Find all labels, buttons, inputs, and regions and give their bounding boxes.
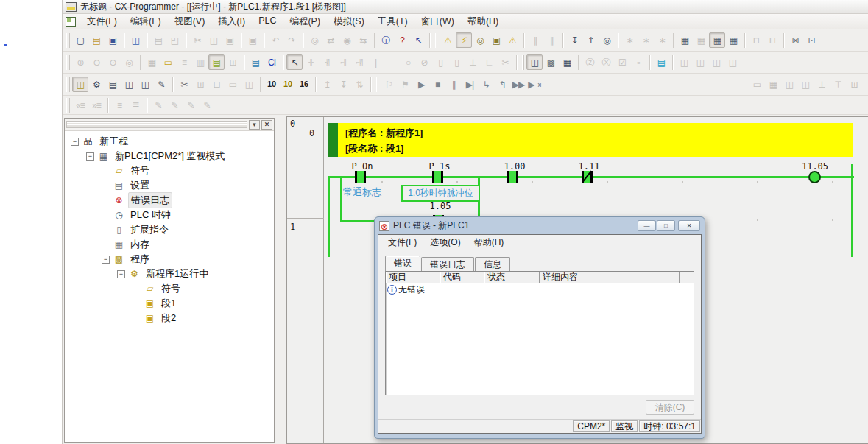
menu-item-编辑E[interactable]: 编辑(E) [124,14,168,29]
tab-错误[interactable]: 错误 [385,256,420,271]
toolbox-icon[interactable]: ⚙ [88,77,105,92]
tree-expander[interactable]: − [117,270,125,278]
menu-item-文件F[interactable]: 文件(F) [80,14,124,29]
toolbar-grip[interactable] [521,55,524,70]
tree-item-project[interactable]: −品新工程 [66,134,272,149]
contact-no-P_1s[interactable] [432,171,443,183]
toolbar-grip[interactable] [434,33,437,48]
toolbar-grip[interactable] [66,98,70,113]
sim-continuous-step-icon[interactable]: ▶▶ [510,77,526,92]
tree-item-plc-clock[interactable]: ◷PLC 时钟 [66,208,272,222]
sim-step-in-icon[interactable]: ↳ [478,77,494,92]
column-header[interactable]: 项目 [386,272,440,283]
menu-item-模拟S[interactable]: 模拟(S) [327,14,371,29]
download-to-plc-icon[interactable]: ↧ [566,32,582,48]
faceplate-icon[interactable]: ◫ [121,77,137,92]
column-header[interactable]: 状态 [484,272,540,283]
save-project-icon[interactable]: ▣ [105,32,121,48]
layers-icon[interactable]: ▩ [543,54,559,70]
menu-item-窗口W[interactable]: 窗口(W) [414,14,461,29]
contact-no-1.00[interactable] [507,171,518,183]
tree-item-programs[interactable]: −▩程序 [66,252,272,267]
io-window-icon[interactable]: ◫ [137,77,153,92]
project-workspace-icon[interactable]: ◫ [72,77,88,92]
menu-item-插入I[interactable]: 插入(I) [211,14,252,29]
panel-dropdown-button[interactable]: ▼ [249,120,260,130]
tab-错误日志[interactable]: 错误日志 [421,257,474,271]
tree-expander[interactable]: − [86,152,94,161]
compact-rungs-icon[interactable]: ▤ [208,54,225,70]
sim-scan-run-icon[interactable]: ▶⇥ [526,77,543,92]
sim-run-icon[interactable]: ▶ [413,77,429,92]
clear-button[interactable]: 清除(C) [646,400,694,415]
tree-item-section[interactable]: ▣段1 [66,296,272,311]
panel-close-button[interactable]: ✕ [261,120,272,130]
output-coil-11.05[interactable] [808,171,821,183]
watch-sheet-icon[interactable]: ▦ [559,54,575,70]
section-banner[interactable]: [程序名 : 新程序1] [段名称 : 段1] [328,123,853,157]
maximize-button[interactable]: □ [657,220,675,231]
contact-no-P_On[interactable] [355,171,366,183]
tree-item-symbols[interactable]: ▱符号 [66,163,272,178]
dialog-menu-帮助H[interactable]: 帮助(H) [467,235,511,250]
io-table-icon[interactable]: ▤ [247,54,264,70]
data-trace-icon[interactable]: ▤ [105,77,121,92]
work-online-icon[interactable]: ⚡ [456,32,472,48]
decimal-monitor-icon[interactable]: 10 [264,77,280,92]
tree-item-program-running[interactable]: −⚙新程序1运行中 [66,267,272,281]
toolbar-grip[interactable] [66,55,70,70]
dock-grip[interactable] [66,121,247,128]
hex-monitor-icon[interactable]: 16 [296,77,312,92]
tree-item-settings[interactable]: ▤设置 [66,178,272,193]
dialog-menu-选项O[interactable]: 选项(O) [423,235,467,250]
close-button[interactable]: ✕ [678,220,700,231]
protection-unlock-icon[interactable]: ⊡ [803,32,819,48]
tree-expander[interactable]: − [71,138,79,146]
monitor-mode-icon[interactable]: ▦ [709,32,725,48]
menu-item-帮助H[interactable]: 帮助(H) [461,14,505,29]
cross-reference-icon[interactable]: CI [264,54,280,70]
tree-item-memory[interactable]: ▦内存 [66,237,272,252]
about-icon[interactable]: ⓘ [378,32,394,48]
sim-step-out-icon[interactable]: ↰ [494,77,510,92]
tree-item-expansion-instructions[interactable]: ▯扩展指令 [66,222,272,237]
split-rung-icon[interactable]: ✂ [176,77,192,92]
table-row[interactable]: i无错误 [386,283,694,296]
menu-item-视图V[interactable]: 视图(V) [168,14,212,29]
tree-item-error-log[interactable]: ⊗错误日志 [66,193,272,208]
minimize-button[interactable]: — [638,220,656,231]
tree-item-symbols[interactable]: ▱符号 [66,281,272,296]
program-check-icon[interactable]: ⚠ [440,32,456,48]
column-header[interactable]: 代码 [440,272,484,283]
contact-nc-1.11[interactable] [582,171,593,183]
window-layout-icon[interactable]: ◫ [526,54,543,70]
open-project-icon[interactable]: ▤ [88,32,105,48]
dialog-menu-文件F[interactable]: 文件(F) [381,235,423,250]
menu-item-编程P[interactable]: 编程(P) [283,14,327,29]
find-check-icon[interactable]: ◎ [472,32,488,48]
column-header[interactable] [680,272,694,283]
dialog-title-bar[interactable]: ⊗ PLC 错误 - 新PLC1 —□✕ [378,217,702,234]
sim-pause-icon[interactable]: ∥ [445,77,462,92]
toolbar-grip[interactable] [66,77,70,92]
help-topics-icon[interactable]: ? [394,32,410,48]
selection-mode-icon[interactable]: ↖ [286,54,303,70]
rung-comment-icon[interactable]: ▭ [160,54,176,70]
new-file-icon[interactable]: ▢ [72,32,88,48]
toolbar-grip[interactable] [375,77,378,92]
column-header[interactable]: 详细内容 [540,272,680,283]
auto-online-icon[interactable]: ⚠ [504,32,521,48]
tree-expander[interactable]: − [102,256,110,264]
vertical-splitter[interactable] [275,116,286,444]
tree-item-plc-device[interactable]: −▦新PLC1[CPM2*] 监视模式 [66,149,272,163]
tree-item-section[interactable]: ▣段2 [66,311,272,325]
properties-icon[interactable]: ✎ [153,77,169,92]
sim-step-run-icon[interactable]: ▶| [462,77,478,92]
toolbar-grip[interactable] [66,33,70,48]
document-window-icon[interactable] [66,17,76,27]
context-help-icon[interactable]: ↖ [410,32,426,48]
transfer-check-icon[interactable]: ▣ [488,32,504,48]
protection-lock-icon[interactable]: ⊠ [787,32,803,48]
menu-item-工具T[interactable]: 工具(T) [371,14,414,29]
forced-decimal-icon[interactable]: 10 [280,77,296,92]
